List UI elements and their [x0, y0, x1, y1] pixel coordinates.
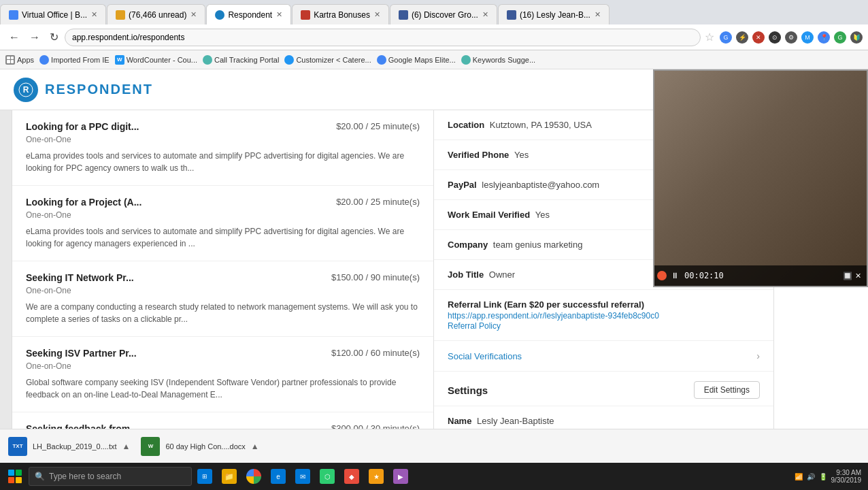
- download-item-2[interactable]: W 60 day High Con....docx ▲: [141, 437, 258, 456]
- download-item-1[interactable]: TXT LH_Backup_2019_0....txt ▲: [8, 437, 130, 456]
- tab-close[interactable]: ✕: [374, 10, 380, 19]
- address-bar[interactable]: [65, 29, 701, 46]
- project-item[interactable]: Looking for a Project (A... $20.00 / 25 …: [12, 186, 433, 261]
- nav-icon6[interactable]: M: [801, 31, 814, 44]
- nav-icon4[interactable]: ⊙: [769, 31, 781, 44]
- referral-link[interactable]: https://app.respondent.io/r/leslyjeanbap…: [448, 311, 760, 321]
- project-type: One-on-One: [26, 210, 420, 220]
- tab-label: Respondent: [228, 10, 272, 20]
- bookmark-wordcounter-label: WordCounter - Cou...: [127, 56, 197, 64]
- nav-icon7[interactable]: 📍: [818, 31, 830, 44]
- taskbar-app7[interactable]: ◆: [340, 464, 363, 489]
- taskbar-edge[interactable]: e: [267, 464, 290, 489]
- referral-policy-link[interactable]: Referral Policy: [448, 321, 501, 331]
- app7-icon: ◆: [344, 469, 359, 484]
- bookmark-gmaps[interactable]: Google Maps Elite...: [377, 55, 456, 65]
- bookmark-customizer[interactable]: Customizer < Catere...: [284, 55, 371, 65]
- bookmark-icon: [39, 55, 49, 65]
- apps-icon: [5, 55, 15, 65]
- bookmark-calltracking[interactable]: Call Tracking Portal: [203, 55, 279, 65]
- tray-volume[interactable]: 🔊: [807, 473, 815, 480]
- bookmark-gmaps-label: Google Maps Elite...: [388, 56, 456, 64]
- tab-favicon: [399, 10, 408, 20]
- taskbar-mail[interactable]: ✉: [291, 464, 314, 489]
- start-button[interactable]: [3, 464, 27, 489]
- tray-time-display: 9:30 AM: [831, 469, 862, 476]
- svg-text:R: R: [23, 85, 29, 95]
- bookmark-imported[interactable]: Imported From IE: [39, 55, 110, 65]
- bookmark-icon[interactable]: ☆: [703, 31, 716, 44]
- project-desc: We are a company conducting a research s…: [26, 301, 420, 325]
- bookmark-wordcounter[interactable]: W WordCounter - Cou...: [115, 55, 197, 65]
- download-icon-txt: TXT: [8, 437, 27, 456]
- tab-close[interactable]: ✕: [482, 10, 488, 19]
- tab-close[interactable]: ✕: [91, 10, 97, 19]
- tray-network[interactable]: 📶: [795, 473, 803, 480]
- taskbar-task-view[interactable]: ⊞: [193, 464, 216, 489]
- app-logo: R RESPONDENT: [14, 78, 153, 102]
- tab-favicon: [507, 10, 516, 20]
- tray-datetime: 9:30 AM 9/30/2019: [831, 469, 862, 484]
- project-desc: eLama provides tools and services to aut…: [26, 150, 420, 174]
- tab-email[interactable]: (76,466 unread) ✕: [107, 4, 205, 24]
- tab-close[interactable]: ✕: [595, 10, 601, 19]
- project-title: Looking for a Project (A...: [26, 197, 141, 208]
- bookmark-apps[interactable]: Apps: [5, 55, 34, 65]
- tab-bar: Virtual Office | B... ✕ (76,466 unread) …: [0, 0, 868, 24]
- download-arrow-2[interactable]: ▲: [251, 442, 259, 451]
- tab-virtual-office[interactable]: Virtual Office | B... ✕: [0, 4, 106, 24]
- nav-icon5[interactable]: ⚙: [785, 31, 797, 44]
- bookmark-calltracking-label: Call Tracking Portal: [214, 56, 279, 64]
- bookmark-icon: [284, 55, 294, 65]
- nav-icon8[interactable]: G: [834, 31, 846, 44]
- pause-icon[interactable]: ⏸: [671, 271, 680, 280]
- taskbar-file-explorer[interactable]: 📁: [218, 464, 241, 489]
- logo-icon: R: [14, 78, 38, 102]
- project-header: Looking for a PPC digit... $20.00 / 25 m…: [26, 121, 420, 132]
- name-label: Name: [448, 416, 471, 426]
- tab-respondent[interactable]: Respondent ✕: [206, 4, 291, 24]
- recording-icon2[interactable]: ✕: [855, 272, 861, 280]
- taskbar-app8[interactable]: ★: [365, 464, 388, 489]
- taskbar-search[interactable]: 🔍 Type here to search: [29, 467, 192, 486]
- nav-icon9[interactable]: 🔰: [850, 31, 863, 44]
- nav-icon2[interactable]: ⚡: [736, 31, 748, 44]
- tab-label: (76,466 unread): [129, 10, 186, 20]
- win-square-yellow: [16, 477, 22, 483]
- social-verifications-label[interactable]: Social Verifications: [448, 351, 522, 361]
- nav-icon3[interactable]: ✕: [752, 31, 765, 44]
- project-rate: $20.00 / 25 minute(s): [336, 121, 420, 131]
- project-item[interactable]: Seeking IT Network Pr... $150.00 / 90 mi…: [12, 261, 433, 337]
- bookmark-apps-label: Apps: [17, 56, 34, 64]
- download-arrow-1[interactable]: ▲: [122, 442, 131, 451]
- paypal-value: leslyjeanbaptiste@yahoo.com: [482, 180, 599, 190]
- tab-kartra[interactable]: Kartra Bonuses ✕: [292, 4, 389, 24]
- project-desc: eLama provides tools and services to aut…: [26, 225, 420, 250]
- location-value: Kutztown, PA 19530, USA: [490, 120, 592, 130]
- forward-button[interactable]: →: [26, 30, 44, 45]
- nav-icon1[interactable]: G: [720, 31, 732, 44]
- tab-facebook2[interactable]: (16) Lesly Jean-B... ✕: [498, 4, 610, 24]
- tray-battery[interactable]: 🔋: [819, 473, 827, 480]
- recording-icon1[interactable]: 🔲: [843, 272, 852, 280]
- taskbar-app9[interactable]: ▶: [389, 464, 412, 489]
- project-item[interactable]: Looking for a PPC digit... $20.00 / 25 m…: [12, 110, 433, 186]
- tab-facebook1[interactable]: (6) Discover Gro... ✕: [390, 4, 497, 24]
- project-rate: $120.00 / 60 minute(s): [331, 348, 420, 358]
- logo-text: RESPONDENT: [45, 82, 153, 97]
- bookmark-keywords[interactable]: Keywords Sugge...: [461, 55, 535, 65]
- work-email-value: Yes: [535, 210, 550, 220]
- back-button[interactable]: ←: [5, 30, 23, 45]
- reload-button[interactable]: ↻: [46, 29, 62, 45]
- tab-favicon: [116, 10, 125, 20]
- social-verifications-row[interactable]: Social Verifications ›: [434, 341, 773, 372]
- edit-settings-button[interactable]: Edit Settings: [694, 381, 760, 399]
- tab-favicon: [215, 10, 224, 20]
- tab-close[interactable]: ✕: [190, 10, 197, 19]
- taskbar-chrome[interactable]: [242, 464, 265, 489]
- tab-close[interactable]: ✕: [276, 10, 282, 19]
- paypal-label: PayPal: [448, 180, 477, 190]
- taskbar-app6[interactable]: ⬡: [316, 464, 339, 489]
- project-item[interactable]: Seeking ISV Partner Pr... $120.00 / 60 m…: [12, 337, 433, 412]
- bookmark-icon: W: [115, 55, 124, 65]
